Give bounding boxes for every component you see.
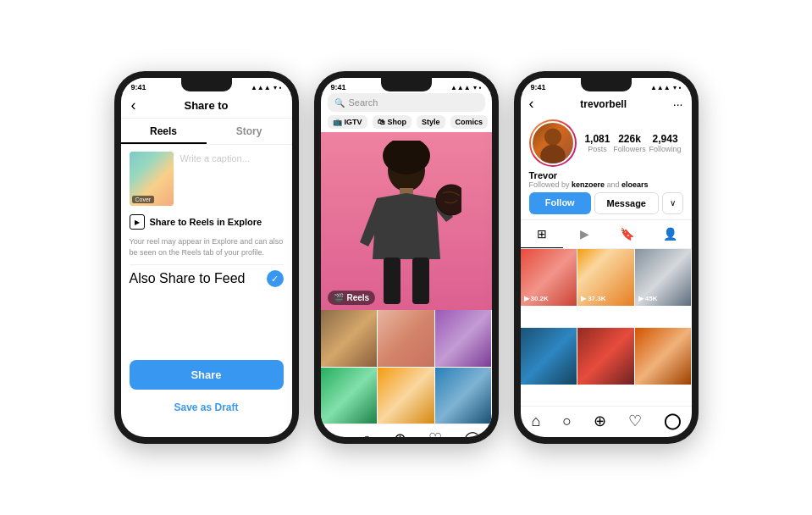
tab-tagged[interactable]: 👤: [649, 220, 692, 248]
phone1-screen: 9:41 ▲▲▲ ▾ ▪ ‹ Share to Reels Story: [121, 78, 292, 437]
also-share-label: Also Share to Feed: [130, 271, 246, 286]
avatar: [529, 119, 577, 167]
shop-icon: 🛍: [378, 118, 385, 126]
nav-profile-icon[interactable]: ◯: [464, 429, 481, 437]
battery-icon: ▪: [479, 84, 482, 91]
posts-label: Posts: [584, 145, 610, 153]
svg-rect-4: [384, 258, 400, 304]
explore-grid: [321, 310, 492, 424]
phone-explore: 9:41 ▲▲▲ ▾ ▪ 🔍 Search 📺 IGTV 🛍 Shop: [314, 71, 499, 444]
following-label: Following: [649, 145, 682, 153]
phone1-tabs: Reels Story: [121, 119, 292, 145]
phone2-screen: 9:41 ▲▲▲ ▾ ▪ 🔍 Search 📺 IGTV 🛍 Shop: [321, 78, 492, 437]
wifi-icon: ▾: [273, 84, 277, 91]
photo-cell-5[interactable]: [577, 328, 634, 385]
signal-icon: ▲▲▲: [251, 84, 271, 91]
cover-label: Cover: [132, 196, 155, 203]
share-reels-label: Share to Reels in Explore: [150, 217, 262, 227]
grid-cell-5[interactable]: [378, 368, 434, 424]
search-input[interactable]: Search: [349, 97, 378, 108]
more-options-icon[interactable]: ···: [673, 97, 683, 111]
phone1-status-icons: ▲▲▲ ▾ ▪: [251, 84, 282, 91]
nav-search-icon[interactable]: ○: [362, 430, 372, 437]
nav-add-icon[interactable]: ⊕: [394, 429, 406, 437]
phone1-header: ‹ Share to: [121, 93, 292, 119]
save-draft-button[interactable]: Save as Draft: [130, 396, 284, 418]
phone3-header: ‹ trevorbell ···: [521, 93, 692, 116]
nav-search-icon[interactable]: ○: [562, 413, 572, 430]
search-icon: 🔍: [334, 98, 345, 108]
reels-film-icon: 🎬: [334, 293, 344, 302]
followers-label: Followers: [613, 145, 646, 153]
also-share-row: Also Share to Feed ✓: [130, 264, 284, 292]
video-count-1: ▶ 30.2K: [524, 295, 549, 302]
tab-reels[interactable]: Reels: [121, 119, 207, 144]
reels-icon: ▶: [130, 214, 145, 230]
svg-point-7: [540, 145, 566, 165]
category-igtv[interactable]: 📺 IGTV: [328, 115, 367, 129]
search-bar[interactable]: 🔍 Search: [328, 93, 485, 112]
nav-home-icon[interactable]: ⌂: [531, 413, 540, 430]
wifi-icon: ▾: [673, 84, 677, 91]
grid-cell-3[interactable]: [435, 310, 492, 367]
phone2-bottom-nav: ⌂ ○ ⊕ ♡ ◯: [321, 424, 492, 437]
tab-grid[interactable]: ⊞: [521, 220, 564, 248]
cover-thumbnail[interactable]: Cover: [130, 152, 174, 206]
followers-count: 226k: [613, 133, 646, 145]
photo-cell-4[interactable]: [521, 328, 577, 385]
profile-name: Trevor: [529, 170, 683, 180]
nav-home-icon[interactable]: ⌂: [331, 430, 340, 437]
svg-point-6: [544, 128, 561, 145]
svg-rect-5: [412, 258, 429, 304]
tab-reels[interactable]: ▶: [563, 220, 606, 248]
posts-count: 1,081: [584, 133, 610, 145]
share-feed-checkbox[interactable]: ✓: [267, 270, 284, 287]
phone3-bottom-nav: ⌂ ○ ⊕ ♡ ◯: [521, 406, 692, 437]
caption-row: Cover Write a caption...: [130, 152, 284, 206]
share-button[interactable]: Share: [130, 360, 284, 390]
share-title: Share to: [184, 99, 228, 112]
photo-cell-3[interactable]: ▶ 45K: [635, 249, 692, 306]
tab-story[interactable]: Story: [207, 119, 292, 144]
message-button[interactable]: Message: [594, 192, 659, 214]
grid-cell-6[interactable]: [435, 368, 492, 424]
tab-saved[interactable]: 🔖: [606, 220, 649, 248]
photo-cell-6[interactable]: [635, 328, 692, 385]
phone1-time: 9:41: [131, 83, 146, 91]
nav-add-icon[interactable]: ⊕: [594, 412, 606, 430]
more-button[interactable]: ∨: [662, 192, 683, 214]
phone-share: 9:41 ▲▲▲ ▾ ▪ ‹ Share to Reels Story: [114, 71, 299, 444]
nav-heart-icon[interactable]: ♡: [428, 429, 442, 437]
category-shop[interactable]: 🛍 Shop: [373, 115, 412, 129]
photo-cell-1[interactable]: ▶ 30.2K: [521, 249, 577, 306]
main-reel-image[interactable]: 🎬 Reels: [321, 132, 492, 310]
grid-cell-1[interactable]: [321, 310, 378, 367]
stat-followers: 226k Followers: [613, 133, 646, 153]
phone3-time: 9:41: [531, 83, 546, 91]
battery-icon: ▪: [679, 84, 682, 91]
categories-bar: 📺 IGTV 🛍 Shop Style Comics TV & Movie: [321, 115, 492, 132]
photo-grid: ▶ 30.2K ▶ 37.3K ▶ 45K: [521, 249, 692, 406]
grid-cell-2[interactable]: [378, 310, 434, 367]
reels-label: 🎬 Reels: [328, 291, 376, 305]
igtv-icon: 📺: [333, 118, 342, 126]
share-reels-row: ▶ Share to Reels in Explore: [130, 214, 284, 230]
nav-heart-icon[interactable]: ♡: [628, 412, 642, 430]
stat-posts: 1,081 Posts: [584, 133, 610, 153]
back-button[interactable]: ‹: [131, 97, 136, 114]
category-comics[interactable]: Comics: [450, 115, 489, 129]
photo-cell-2[interactable]: ▶ 37.3K: [577, 249, 634, 306]
grid-cell-4[interactable]: [321, 368, 378, 424]
nav-profile-icon[interactable]: ◯: [664, 412, 681, 430]
category-style[interactable]: Style: [417, 115, 445, 129]
follow-button[interactable]: Follow: [529, 192, 592, 214]
phone2-status-bar: 9:41 ▲▲▲ ▾ ▪: [321, 78, 492, 93]
stat-following: 2,943 Following: [649, 133, 682, 153]
follower1: kenzoere: [572, 180, 605, 189]
caption-input[interactable]: Write a caption...: [180, 152, 284, 163]
phone3-screen: 9:41 ▲▲▲ ▾ ▪ ‹ trevorbell ···: [521, 78, 692, 437]
profile-bio: Trevor Followed by kenzoere and eloears: [521, 170, 692, 192]
wifi-icon: ▾: [473, 84, 477, 91]
following-count: 2,943: [649, 133, 682, 145]
profile-back-button[interactable]: ‹: [529, 95, 534, 113]
